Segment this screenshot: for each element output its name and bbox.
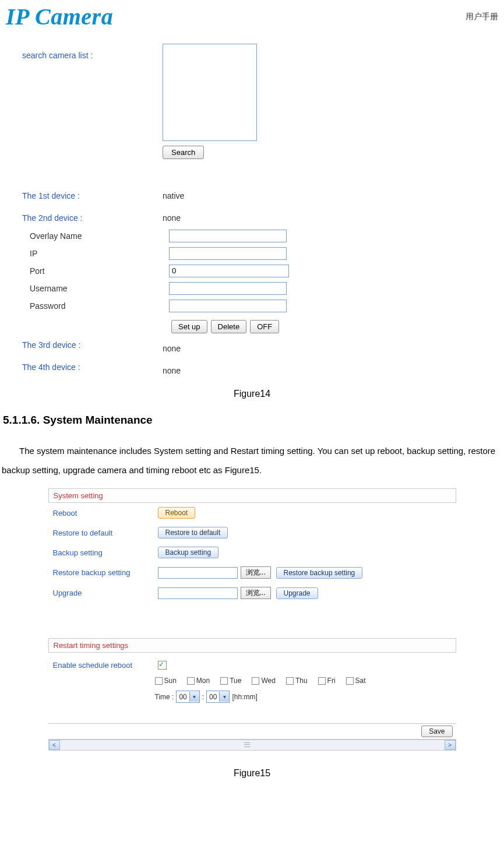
upgrade-browse-button[interactable]: 浏览...: [241, 587, 271, 599]
figure15-screenshot: System setting Reboot Reboot Restore to …: [48, 488, 456, 751]
day-tue-checkbox[interactable]: [220, 677, 228, 685]
device1-value: native: [163, 191, 184, 200]
device1-label: The 1st device :: [22, 191, 80, 200]
scroll-left-button[interactable]: <: [49, 740, 60, 750]
days-row: Sun Mon Tue Wed Thu Fri Sat: [48, 677, 456, 685]
day-mon-checkbox[interactable]: [187, 677, 195, 685]
day-fri-checkbox[interactable]: [318, 677, 326, 685]
logo: IP Camera: [6, 3, 113, 30]
day-sat-checkbox[interactable]: [346, 677, 354, 685]
enable-schedule-reboot-label: Enable schedule reboot: [53, 661, 155, 670]
upgrade-button[interactable]: Upgrade: [276, 587, 318, 599]
enable-schedule-reboot-checkbox[interactable]: [158, 661, 167, 670]
port-label: Port: [30, 266, 45, 276]
restore-backup-label: Restore backup setting: [53, 568, 155, 577]
upgrade-label: Upgrade: [53, 589, 155, 597]
system-setting-header: System setting: [48, 488, 456, 503]
backup-setting-button[interactable]: Backup setting: [158, 547, 219, 558]
day-fri-label: Fri: [327, 677, 336, 685]
device4-label: The 4th device :: [22, 362, 80, 372]
scroll-right-button[interactable]: >: [445, 740, 456, 750]
device3-value: none: [163, 344, 181, 353]
day-sat-label: Sat: [355, 677, 366, 685]
save-button[interactable]: Save: [421, 726, 452, 737]
port-input[interactable]: 0: [169, 265, 289, 277]
day-sun-label: Sun: [164, 677, 177, 685]
setup-button[interactable]: Set up: [171, 320, 207, 333]
restart-timing-header: Restart timing settings: [48, 638, 456, 653]
hour-select[interactable]: 00 ▾: [176, 691, 199, 703]
day-wed-label: Wed: [261, 677, 275, 685]
restore-backup-browse-button[interactable]: 浏览...: [241, 566, 271, 579]
day-mon-label: Mon: [196, 677, 210, 685]
dropdown-icon: ▾: [189, 692, 199, 702]
horizontal-scrollbar[interactable]: < >: [48, 740, 456, 751]
figure14-caption: Figure14: [0, 389, 504, 399]
restore-default-label: Restore to default: [53, 529, 155, 537]
username-label: Username: [30, 284, 68, 293]
off-button[interactable]: OFF: [250, 320, 279, 333]
delete-button[interactable]: Delete: [211, 320, 247, 333]
dropdown-icon: ▾: [219, 692, 229, 702]
day-wed-checkbox[interactable]: [252, 677, 259, 685]
device2-label: The 2nd device :: [22, 213, 83, 223]
day-tue-label: Tue: [230, 677, 241, 685]
day-thu-checkbox[interactable]: [286, 677, 294, 685]
ip-input[interactable]: [169, 247, 287, 260]
camera-list-box[interactable]: [163, 44, 257, 141]
time-label: Time :: [155, 693, 174, 701]
device4-value: none: [163, 366, 181, 375]
time-suffix: [hh:mm]: [232, 693, 257, 701]
backup-setting-label: Backup setting: [53, 548, 155, 557]
overlay-name-label: Overlay Name: [30, 231, 82, 241]
day-sun-checkbox[interactable]: [155, 677, 163, 685]
day-thu-label: Thu: [295, 677, 308, 685]
figure15-caption: Figure15: [0, 768, 504, 779]
manual-label: 用户手册: [466, 12, 498, 22]
search-button[interactable]: Search: [163, 146, 204, 159]
restore-backup-button[interactable]: Restore backup setting: [276, 567, 363, 579]
upgrade-path-input[interactable]: [158, 587, 238, 599]
restore-backup-path-input[interactable]: [158, 567, 238, 579]
password-input[interactable]: [169, 300, 287, 312]
restore-default-button[interactable]: Restore to default: [158, 527, 228, 538]
device3-label: The 3rd device :: [22, 340, 80, 350]
reboot-label: Reboot: [53, 509, 155, 517]
minute-select[interactable]: 00 ▾: [206, 691, 230, 703]
reboot-button[interactable]: Reboot: [158, 507, 196, 519]
password-label: Password: [30, 301, 65, 311]
figure14-screenshot: search camera list : Search The 1st devi…: [20, 36, 484, 380]
section-body: The system maintenance includes System s…: [2, 441, 502, 480]
username-input[interactable]: [169, 282, 287, 295]
section-heading: 5.1.1.6. System Maintenance: [3, 414, 504, 427]
device2-value: none: [163, 213, 181, 223]
search-camera-list-label: search camera list :: [22, 51, 93, 60]
overlay-name-input[interactable]: [169, 230, 287, 242]
ip-label: IP: [30, 249, 37, 258]
